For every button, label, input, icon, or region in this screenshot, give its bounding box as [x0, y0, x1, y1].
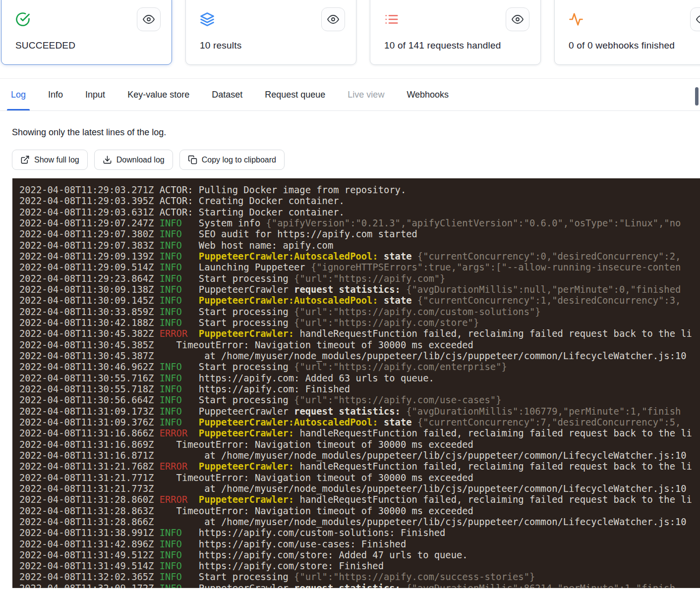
- view-results-button[interactable]: [321, 7, 345, 31]
- download-log-button[interactable]: Download log: [94, 150, 173, 170]
- log-line: 2022-04-08T11:31:21.771Z TimeoutError: N…: [19, 473, 700, 483]
- log-line: 2022-04-08T11:31:49.514Z INFO https://ap…: [19, 561, 700, 572]
- external-link-icon: [20, 155, 30, 164]
- log-line: 2022-04-08T11:29:09.139Z INFO PuppeteerC…: [19, 251, 700, 262]
- log-line: 2022-04-08T11:31:28.866Z at /home/myuser…: [19, 517, 700, 528]
- copy-log-button[interactable]: Copy log to clipboard: [179, 150, 285, 170]
- download-icon: [103, 155, 112, 164]
- run-status-label: SUCCEEDED: [15, 40, 75, 51]
- log-line: 2022-04-08T11:30:45.387Z at /home/myuser…: [19, 351, 700, 362]
- tab-log[interactable]: Log: [11, 79, 26, 110]
- log-line: 2022-04-08T11:31:28.860Z ERROR Puppeteer…: [19, 494, 700, 505]
- copy-icon: [188, 155, 197, 164]
- tab-key-value-store[interactable]: Key-value store: [127, 79, 189, 110]
- view-webhooks-button[interactable]: [690, 7, 700, 31]
- log-line: 2022-04-08T11:29:23.864Z INFO Start proc…: [19, 273, 700, 284]
- log-line: 2022-04-08T11:32:09.172Z INFO PuppeteerC…: [19, 583, 700, 588]
- card-run-status[interactable]: SUCCEEDED: [1, 0, 172, 65]
- log-actions: Show full log Download log Copy log to c…: [12, 150, 700, 170]
- log-line: 2022-04-08T11:30:46.962Z INFO Start proc…: [19, 362, 700, 373]
- log-line: 2022-04-08T11:31:21.768Z ERROR Puppeteer…: [19, 461, 700, 472]
- eye-icon: [512, 13, 524, 25]
- tab-dataset[interactable]: Dataset: [212, 79, 242, 110]
- log-line: 2022-04-08T11:31:38.991Z INFO https://ap…: [19, 528, 700, 538]
- log-line: 2022-04-08T11:30:55.718Z INFO https://ap…: [19, 384, 700, 395]
- check-circle-icon: [15, 12, 30, 27]
- card-requests[interactable]: 10 of 141 requests handled: [370, 0, 541, 65]
- log-notice: Showing only the latest lines of the log…: [12, 127, 700, 138]
- show-full-log-button[interactable]: Show full log: [12, 150, 88, 170]
- log-output[interactable]: 2022-04-08T11:29:03.271Z ACTOR: Pulling …: [12, 178, 700, 588]
- show-full-log-label: Show full log: [34, 156, 79, 164]
- eye-icon: [696, 13, 700, 25]
- log-line: 2022-04-08T11:31:16.871Z at /home/myuser…: [19, 450, 700, 461]
- log-line: 2022-04-08T11:31:21.773Z at /home/myuser…: [19, 483, 700, 494]
- log-line: 2022-04-08T11:30:09.138Z INFO PuppeteerC…: [19, 284, 700, 295]
- log-line: 2022-04-08T11:29:07.247Z INFO System inf…: [19, 218, 700, 229]
- log-line: 2022-04-08T11:31:09.173Z INFO PuppeteerC…: [19, 406, 700, 417]
- tab-webhooks[interactable]: Webhooks: [407, 79, 449, 110]
- activity-icon: [569, 12, 583, 27]
- log-line: 2022-04-08T11:30:42.188Z INFO Start proc…: [19, 318, 700, 328]
- eye-icon: [143, 13, 155, 25]
- log-line: 2022-04-08T11:29:03.631Z ACTOR: Starting…: [19, 207, 700, 218]
- tab-info[interactable]: Info: [48, 79, 63, 110]
- download-log-label: Download log: [117, 156, 165, 164]
- scrollbar-thumb[interactable]: [695, 87, 699, 106]
- list-icon: [384, 12, 399, 27]
- results-label: 10 results: [200, 40, 241, 51]
- log-line: 2022-04-08T11:30:09.145Z INFO PuppeteerC…: [19, 295, 700, 306]
- log-line: 2022-04-08T11:32:02.365Z INFO Start proc…: [19, 572, 700, 583]
- layers-icon: [200, 12, 215, 27]
- log-line: 2022-04-08T11:29:09.514Z INFO Launching …: [19, 262, 700, 273]
- log-line: 2022-04-08T11:31:28.863Z TimeoutError: N…: [19, 506, 700, 517]
- log-line: 2022-04-08T11:29:03.271Z ACTOR: Pulling …: [19, 185, 700, 196]
- card-webhooks[interactable]: 0 of 0 webhooks finished: [554, 0, 700, 65]
- status-cards: SUCCEEDED 10 results: [0, 0, 700, 65]
- log-line: 2022-04-08T11:30:45.382Z ERROR Puppeteer…: [19, 328, 700, 339]
- log-line: 2022-04-08T11:30:45.385Z TimeoutError: N…: [19, 340, 700, 351]
- copy-log-label: Copy log to clipboard: [202, 156, 276, 164]
- log-line: 2022-04-08T11:31:09.376Z INFO PuppeteerC…: [19, 417, 700, 428]
- log-line: 2022-04-08T11:29:03.395Z ACTOR: Creating…: [19, 196, 700, 207]
- view-requests-button[interactable]: [506, 7, 529, 31]
- log-line: 2022-04-08T11:31:49.512Z INFO https://ap…: [19, 550, 700, 561]
- log-line: 2022-04-08T11:30:55.716Z INFO https://ap…: [19, 373, 700, 384]
- view-status-button[interactable]: [137, 7, 161, 31]
- log-line: 2022-04-08T11:31:16.869Z TimeoutError: N…: [19, 439, 700, 450]
- log-line: 2022-04-08T11:31:42.896Z INFO https://ap…: [19, 539, 700, 550]
- tab-input[interactable]: Input: [85, 79, 105, 110]
- log-line: 2022-04-08T11:29:07.383Z INFO Web host n…: [19, 240, 700, 251]
- requests-label: 10 of 141 requests handled: [384, 40, 501, 51]
- tab-live-view: Live view: [348, 79, 384, 110]
- eye-icon: [327, 13, 339, 25]
- tab-bar: LogInfoInputKey-value storeDatasetReques…: [0, 78, 700, 111]
- tab-request-queue[interactable]: Request queue: [265, 79, 325, 110]
- log-line: 2022-04-08T11:29:07.380Z INFO SEO audit …: [19, 229, 700, 240]
- card-results[interactable]: 10 results: [185, 0, 356, 65]
- log-line: 2022-04-08T11:30:33.859Z INFO Start proc…: [19, 307, 700, 318]
- log-line: 2022-04-08T11:30:56.664Z INFO Start proc…: [19, 395, 700, 406]
- log-line: 2022-04-08T11:31:16.866Z ERROR Puppeteer…: [19, 428, 700, 439]
- webhooks-label: 0 of 0 webhooks finished: [569, 40, 675, 51]
